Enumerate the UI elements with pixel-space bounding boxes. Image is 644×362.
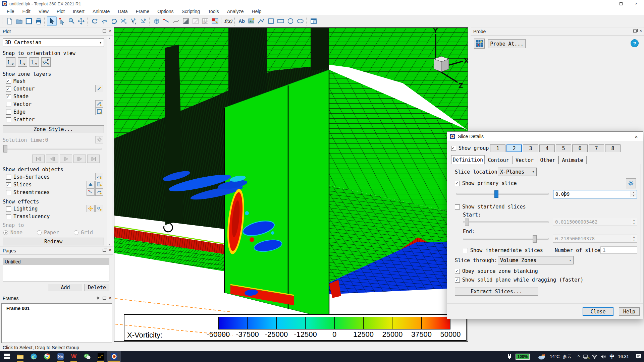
zone-style-window-button[interactable] <box>210 16 220 26</box>
menu-file[interactable]: File <box>3 9 18 14</box>
layer-vector-row[interactable]: Vector <box>6 101 32 107</box>
iso-surfaces-details-button[interactable] <box>95 173 103 180</box>
app-ne-button[interactable]: Ne <box>54 351 67 362</box>
frames-list[interactable]: Frame 001 <box>1 303 112 343</box>
last-frame-button[interactable] <box>87 155 100 163</box>
layer-scatter-row[interactable]: Scatter <box>6 117 35 123</box>
layer-edge-row[interactable]: Edge <box>6 109 25 115</box>
image-tool-button[interactable] <box>247 16 256 26</box>
slice-tool-button[interactable] <box>87 181 95 188</box>
layer-mesh-row[interactable]: Mesh <box>6 78 25 84</box>
ime-indicator[interactable]: 中 <box>609 353 614 360</box>
close-panel-icon[interactable]: × <box>109 296 111 300</box>
float-panel-icon[interactable] <box>103 249 106 252</box>
tab-definition[interactable]: Definition <box>451 155 485 164</box>
show-primary-slice-checkbox[interactable] <box>455 181 460 186</box>
tecplot-taskbar-button[interactable] <box>107 351 121 362</box>
group-1-button[interactable]: 1 <box>490 144 505 152</box>
show-group-row[interactable]: Show group 2 <box>451 145 495 151</box>
vector-details-button[interactable] <box>95 100 103 108</box>
first-frame-button[interactable] <box>32 155 45 163</box>
rollerball-rotate-button[interactable] <box>99 16 109 26</box>
lighting-sun-button[interactable] <box>87 205 95 212</box>
lighting-details-button[interactable] <box>95 205 103 212</box>
rotate-spherical-button[interactable] <box>90 16 99 26</box>
dialog-title-bar[interactable]: Slice Details × <box>447 132 643 141</box>
solution-time-settings-button[interactable] <box>95 136 103 143</box>
tray-clock[interactable]: 16:31 <box>618 354 629 359</box>
menu-analyze[interactable]: Analyze <box>223 9 248 14</box>
group-3-button[interactable]: 3 <box>523 144 538 152</box>
zone-style-button[interactable]: Zone Style... <box>3 125 104 133</box>
view-zx-button[interactable]: ZX <box>18 57 27 67</box>
close-panel-icon[interactable]: × <box>109 29 111 33</box>
lighting-checkbox[interactable] <box>6 206 11 212</box>
close-panel-icon[interactable]: × <box>109 248 111 252</box>
menu-tools[interactable]: Tools <box>204 9 223 14</box>
group-5-button[interactable]: 5 <box>556 144 571 152</box>
tray-temperature[interactable]: 14°C <box>550 354 559 359</box>
zoom-tool-button[interactable] <box>66 16 76 26</box>
contour-details-button[interactable] <box>95 85 103 92</box>
slice-details-dialog[interactable]: Slice Details × Show group 2 1 2 3 4 5 6… <box>447 131 643 319</box>
extract-slices-button[interactable]: Extract Slices... <box>455 288 538 296</box>
translate-tool-button[interactable] <box>76 16 86 26</box>
probe-at-button[interactable]: Probe At... <box>488 39 526 48</box>
edge-checkbox[interactable] <box>6 110 11 115</box>
primary-position-input[interactable]: 0.099 ▲▼ <box>553 190 637 198</box>
float-panel-icon[interactable] <box>103 29 106 33</box>
new-layout-button[interactable] <box>4 16 14 26</box>
menu-plot[interactable]: Plot <box>53 9 69 14</box>
primary-slice-slider-thumb[interactable] <box>494 190 498 198</box>
edge-button[interactable] <box>27 351 40 362</box>
slices-details-button[interactable] <box>95 181 103 188</box>
shade-checkbox[interactable] <box>6 94 11 99</box>
wechat-button[interactable] <box>80 351 94 362</box>
rotate-y-button[interactable]: y <box>128 16 138 26</box>
contour-lines-button[interactable] <box>191 16 200 26</box>
slices-checkbox[interactable] <box>6 182 11 187</box>
menu-edit[interactable]: Edit <box>18 9 35 14</box>
edge-details-button[interactable] <box>95 108 103 115</box>
snap-none-radio[interactable]: None <box>3 230 22 236</box>
contour-flood-button[interactable] <box>181 16 191 26</box>
adjust-tool-button[interactable] <box>57 16 66 26</box>
tab-vector[interactable]: Vector <box>512 156 537 164</box>
paper-radio-icon[interactable] <box>37 230 42 235</box>
layer-contour-row[interactable]: Contour <box>6 86 35 92</box>
solid-plane-row[interactable]: Show solid plane while dragging (faster) <box>455 277 583 283</box>
close-dialog-button[interactable]: Close <box>583 307 613 316</box>
tray-expand-icon[interactable]: ^ <box>578 354 580 359</box>
view-yx-button[interactable]: YX <box>6 57 15 67</box>
save-layout-button[interactable] <box>24 16 34 26</box>
plot-type-dropdown[interactable]: 3D Cartesian ▾ <box>3 38 104 47</box>
float-panel-icon[interactable] <box>633 29 637 33</box>
primary-slice-settings-button[interactable] <box>626 178 636 188</box>
rotate-z-button[interactable]: z <box>138 16 148 26</box>
menu-help[interactable]: Help <box>248 9 266 14</box>
obey-blanking-row[interactable]: Obey source zone blanking <box>455 268 538 274</box>
add-page-button[interactable]: Add <box>49 284 82 291</box>
plot-canvas[interactable]: Y X Z X-Vorticity: -50000 -37500 -25000 … <box>114 27 468 342</box>
view-zy-button[interactable]: ZY <box>30 57 39 67</box>
group-8-button[interactable]: 8 <box>605 144 621 152</box>
frames-settings-icon[interactable] <box>96 296 100 300</box>
data-spreadsheet-button[interactable]: 17 <box>200 16 210 26</box>
start-slider[interactable] <box>463 221 549 223</box>
equation-button[interactable]: f(x) <box>223 16 233 26</box>
menu-scripting[interactable]: Scripting <box>178 9 204 14</box>
pages-list[interactable]: Untitled <box>3 258 109 282</box>
show-primary-slice-row[interactable]: Show primary slice <box>455 180 517 186</box>
iso-surfaces-row[interactable]: Iso-Surfaces <box>6 174 50 180</box>
grid-radio-icon[interactable] <box>74 230 78 235</box>
goldwave-app-button[interactable] <box>94 351 107 362</box>
show-start-end-checkbox[interactable] <box>455 204 460 209</box>
slice-location-dropdown[interactable]: X-Planes ▾ <box>498 168 537 176</box>
create-zone-button[interactable] <box>152 16 161 26</box>
slices-row[interactable]: Slices <box>6 182 32 188</box>
tab-contour[interactable]: Contour <box>485 156 512 164</box>
streamtraces-checkbox[interactable] <box>6 190 11 195</box>
tab-animate[interactable]: Animate <box>558 156 587 164</box>
contour-legend[interactable]: X-Vorticity: -50000 -37500 -25000 -12500… <box>124 314 467 341</box>
plot-panel-scrollbar[interactable]: ▲ ▼ <box>107 36 112 247</box>
